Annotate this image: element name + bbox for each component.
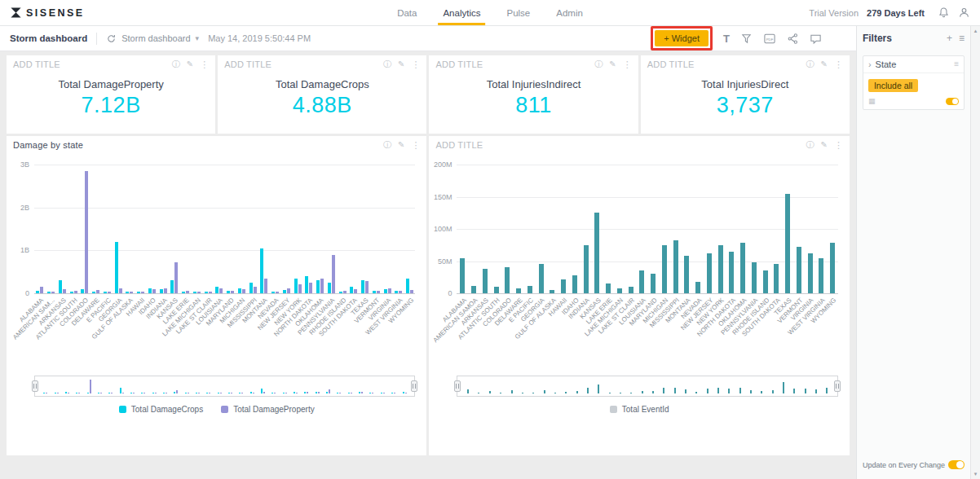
bar[interactable] bbox=[594, 213, 599, 293]
bar[interactable] bbox=[651, 274, 656, 293]
update-on-change-toggle[interactable] bbox=[948, 460, 965, 469]
bar[interactable] bbox=[115, 242, 118, 293]
bar[interactable] bbox=[808, 253, 813, 293]
bar[interactable] bbox=[494, 287, 499, 293]
bar[interactable] bbox=[85, 171, 88, 293]
widget-menu-icon[interactable]: ⋮ bbox=[200, 60, 209, 69]
widget-title[interactable]: Damage by state bbox=[13, 140, 83, 150]
nav-tab-admin[interactable]: Admin bbox=[556, 0, 583, 25]
bar[interactable] bbox=[174, 262, 178, 293]
bar[interactable] bbox=[797, 247, 801, 293]
bar[interactable] bbox=[328, 283, 331, 293]
navigator-handle-right[interactable] bbox=[411, 380, 417, 392]
bar[interactable] bbox=[539, 264, 544, 293]
widget-info-icon[interactable]: ⓘ bbox=[172, 60, 180, 68]
comments-icon[interactable] bbox=[810, 33, 822, 45]
widget-info-icon[interactable]: ⓘ bbox=[806, 141, 814, 149]
share-icon[interactable] bbox=[787, 33, 799, 45]
bar[interactable] bbox=[673, 240, 678, 293]
filter-detail-icon[interactable]: ▦ bbox=[868, 98, 876, 105]
sisense-logo[interactable]: SISENSE bbox=[10, 7, 85, 19]
bar[interactable] bbox=[561, 279, 566, 293]
widget-title-placeholder[interactable]: ADD TITLE bbox=[435, 140, 483, 150]
bar[interactable] bbox=[707, 253, 712, 293]
chevron-right-icon[interactable]: › bbox=[868, 60, 872, 69]
bar[interactable] bbox=[629, 287, 633, 293]
notifications-bell-icon[interactable] bbox=[938, 7, 950, 19]
widget-menu-icon[interactable]: ⋮ bbox=[834, 60, 843, 69]
legend-item[interactable]: Total EventId bbox=[610, 405, 669, 414]
widget-edit-icon[interactable]: ✎ bbox=[821, 60, 828, 68]
bar[interactable] bbox=[350, 287, 353, 293]
kpi-widget-damage-property[interactable]: ADD TITLE ⓘ ✎ ⋮ Total DamageProperty 7.1… bbox=[7, 55, 215, 134]
chart-widget-eventid[interactable]: ADD TITLE ⓘ ✎ ⋮ 200M150M100M50M0ALABAMAA… bbox=[429, 136, 849, 455]
chart-range-navigator[interactable] bbox=[34, 376, 415, 397]
widget-title-placeholder[interactable]: ADD TITLE bbox=[647, 59, 695, 69]
widget-info-icon[interactable]: ⓘ bbox=[383, 60, 391, 68]
bar[interactable] bbox=[249, 283, 253, 293]
kpi-widget-damage-crops[interactable]: ADD TITLE ⓘ ✎ ⋮ Total DamageCrops 4.88B bbox=[218, 55, 426, 134]
bar[interactable] bbox=[830, 243, 835, 293]
bar[interactable] bbox=[316, 280, 320, 293]
filter-enabled-toggle[interactable] bbox=[946, 98, 959, 105]
bar[interactable] bbox=[471, 286, 476, 293]
include-all-chip[interactable]: Include all bbox=[868, 79, 918, 92]
user-profile-icon[interactable] bbox=[958, 7, 970, 19]
bar[interactable] bbox=[59, 280, 62, 293]
filter-field-label[interactable]: State bbox=[876, 59, 897, 69]
bar[interactable] bbox=[505, 267, 510, 293]
bar[interactable] bbox=[639, 270, 644, 293]
navigator-handle-left[interactable] bbox=[32, 380, 38, 392]
navigator-handle-left[interactable] bbox=[454, 380, 461, 392]
widget-edit-icon[interactable]: ✎ bbox=[821, 141, 828, 149]
scroll-down-icon[interactable]: ▾ bbox=[974, 471, 978, 477]
nav-tab-pulse[interactable]: Pulse bbox=[506, 0, 530, 25]
chart-widget-damage-by-state[interactable]: Damage by state ⓘ ✎ ⋮ 3B2B1B0ALABAMAAMER… bbox=[7, 136, 426, 455]
bar[interactable] bbox=[572, 275, 577, 293]
bar[interactable] bbox=[298, 284, 302, 293]
bar[interactable] bbox=[606, 283, 611, 293]
filters-menu-icon[interactable]: ≡ bbox=[959, 33, 965, 43]
widget-title-placeholder[interactable]: ADD TITLE bbox=[224, 59, 271, 69]
bar[interactable] bbox=[819, 258, 823, 293]
bar[interactable] bbox=[718, 245, 723, 293]
bar[interactable] bbox=[785, 194, 790, 293]
add-filter-icon[interactable]: + bbox=[947, 33, 952, 43]
bar[interactable] bbox=[309, 283, 312, 293]
bar[interactable] bbox=[584, 245, 589, 293]
widget-menu-icon[interactable]: ⋮ bbox=[834, 141, 843, 150]
bar[interactable] bbox=[774, 264, 779, 293]
nav-tab-analytics[interactable]: Analytics bbox=[443, 0, 480, 25]
widget-info-icon[interactable]: ⓘ bbox=[806, 60, 814, 68]
bar[interactable] bbox=[662, 245, 667, 293]
filter-funnel-icon[interactable] bbox=[740, 33, 753, 45]
widget-menu-icon[interactable]: ⋮ bbox=[411, 60, 420, 69]
bar[interactable] bbox=[695, 282, 700, 293]
widget-edit-icon[interactable]: ✎ bbox=[187, 60, 193, 68]
bar[interactable] bbox=[361, 280, 364, 293]
bar[interactable] bbox=[483, 269, 488, 293]
export-pdf-icon[interactable]: PDF bbox=[763, 33, 776, 45]
kpi-widget-injuries-indirect[interactable]: ADD TITLE ⓘ ✎ ⋮ Total InjuriesIndirect 8… bbox=[429, 55, 638, 134]
widget-title-placeholder[interactable]: ADD TITLE bbox=[435, 59, 483, 69]
widget-menu-icon[interactable]: ⋮ bbox=[411, 141, 420, 150]
navigator-handle-right[interactable] bbox=[834, 380, 841, 392]
bar[interactable] bbox=[684, 256, 689, 293]
scroll-up-icon[interactable]: ▴ bbox=[974, 28, 978, 34]
bar[interactable] bbox=[332, 255, 335, 293]
bar[interactable] bbox=[406, 279, 409, 293]
widget-edit-icon[interactable]: ✎ bbox=[398, 141, 404, 149]
bar[interactable] bbox=[264, 279, 267, 293]
kpi-widget-injuries-direct[interactable]: ADD TITLE ⓘ ✎ ⋮ Total InjuriesDirect 3,7… bbox=[641, 55, 850, 134]
bar[interactable] bbox=[305, 276, 308, 293]
legend-item[interactable]: Total DamageCrops bbox=[119, 405, 203, 414]
chart-range-navigator[interactable] bbox=[457, 376, 837, 397]
bar[interactable] bbox=[528, 286, 532, 293]
nav-tab-data[interactable]: Data bbox=[397, 0, 417, 25]
bar[interactable] bbox=[729, 252, 734, 293]
widget-menu-icon[interactable]: ⋮ bbox=[623, 60, 632, 69]
page-scrollbar[interactable]: ▴ ▾ bbox=[970, 26, 980, 479]
filter-drag-handle-icon[interactable]: ≡ bbox=[954, 60, 959, 68]
add-widget-button[interactable]: + Widget bbox=[655, 30, 709, 46]
bar[interactable] bbox=[763, 270, 768, 293]
